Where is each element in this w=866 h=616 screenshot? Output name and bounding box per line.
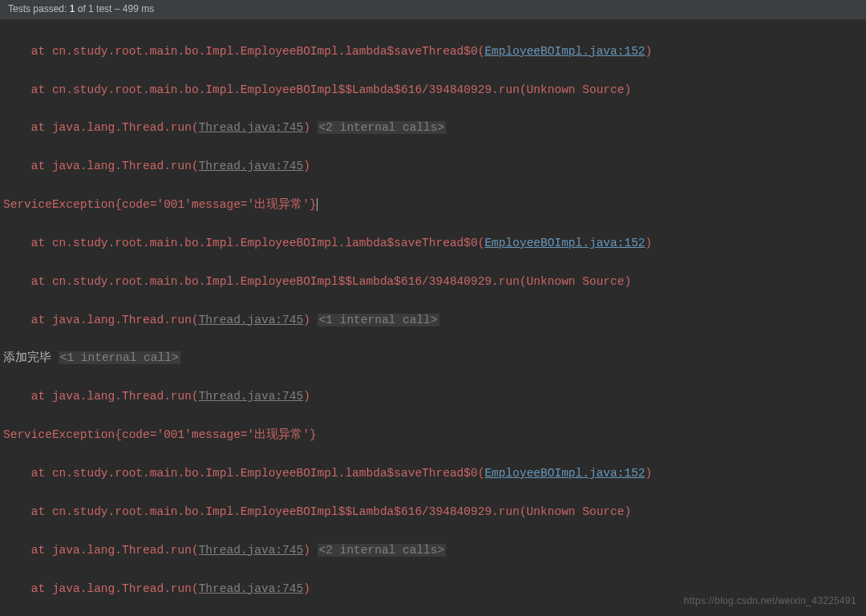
watermark-text: https://blog.csdn.net/weixin_43225491 <box>684 594 856 610</box>
stacktrace-line: at cn.study.root.main.bo.Impl.EmployeeBO… <box>3 81 866 100</box>
source-link[interactable]: Thread.java:745 <box>199 121 304 134</box>
text-cursor <box>317 198 318 211</box>
internal-calls-tag[interactable]: <2 internal calls> <box>318 121 447 134</box>
output-line: 添加完毕 <1 internal call> <box>3 349 866 368</box>
tests-time: 499 ms <box>123 3 154 14</box>
source-link[interactable]: EmployeeBOImpl.java:152 <box>484 45 645 58</box>
source-link[interactable]: Thread.java:745 <box>199 390 304 403</box>
tests-passed-mid: of 1 test – <box>75 3 122 14</box>
source-link[interactable]: EmployeeBOImpl.java:152 <box>484 237 645 249</box>
source-link[interactable]: EmployeeBOImpl.java:152 <box>484 467 645 480</box>
stacktrace-line: at java.lang.Thread.run(Thread.java:745)… <box>3 541 866 561</box>
internal-calls-tag[interactable]: <2 internal calls> <box>318 544 447 557</box>
source-link[interactable]: Thread.java:745 <box>199 544 304 557</box>
internal-calls-tag[interactable]: <1 internal call> <box>318 314 439 326</box>
stacktrace-line: at java.lang.Thread.run(Thread.java:745) <box>3 157 866 176</box>
stacktrace-line: at cn.study.root.main.bo.Impl.EmployeeBO… <box>3 234 866 253</box>
test-status-header: Tests passed: 1 of 1 test – 499 ms <box>0 0 866 20</box>
stacktrace-line: at java.lang.Thread.run(Thread.java:745)… <box>3 119 866 138</box>
source-link[interactable]: Thread.java:745 <box>199 582 304 595</box>
stacktrace-line: at java.lang.Thread.run(Thread.java:745) <box>3 387 866 407</box>
source-link[interactable]: Thread.java:745 <box>199 314 304 326</box>
exception-line: ServiceException{code='001'message='出现异常… <box>3 196 866 215</box>
stacktrace-line: at java.lang.Thread.run(Thread.java:745)… <box>3 311 866 330</box>
tests-passed-prefix: Tests passed: <box>8 3 70 14</box>
internal-calls-tag[interactable]: <1 internal call> <box>59 351 180 364</box>
exception-line: ServiceException{code='001'message='出现异常… <box>3 426 866 445</box>
stacktrace-line: at cn.study.root.main.bo.Impl.EmployeeBO… <box>3 464 866 484</box>
stacktrace-line: at cn.study.root.main.bo.Impl.EmployeeBO… <box>3 503 866 522</box>
source-link[interactable]: Thread.java:745 <box>199 160 304 172</box>
stacktrace-line: at cn.study.root.main.bo.Impl.EmployeeBO… <box>3 43 866 62</box>
console-output[interactable]: at cn.study.root.main.bo.Impl.EmployeeBO… <box>0 20 866 616</box>
stacktrace-line: at cn.study.root.main.bo.Impl.EmployeeBO… <box>3 273 866 292</box>
